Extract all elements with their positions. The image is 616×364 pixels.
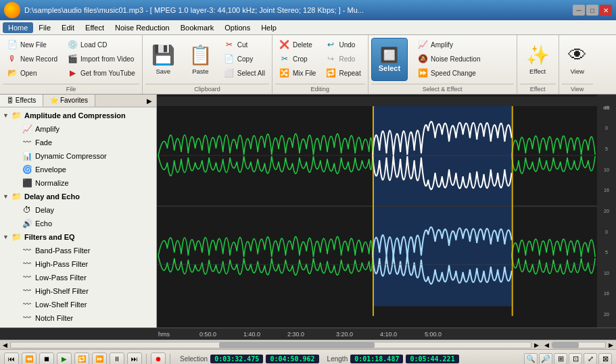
- tree-expand-icon[interactable]: ▼: [3, 112, 11, 119]
- tree-item-icon: 📈: [22, 124, 32, 134]
- menu-item-options[interactable]: Options: [219, 22, 256, 33]
- tree-item[interactable]: 📊Dynamic Compressor: [0, 149, 156, 163]
- menu-item-help[interactable]: Help: [256, 22, 282, 33]
- menu-item-file[interactable]: File: [33, 22, 56, 33]
- mix-file-button[interactable]: 🔀 Mix File: [275, 66, 320, 80]
- undo-button[interactable]: ↩ Undo: [321, 38, 364, 51]
- scroll-left-btn[interactable]: ◀: [3, 342, 7, 348]
- minimize-button[interactable]: ─: [573, 5, 585, 16]
- tree-item[interactable]: 〰Low-Pass Filter: [0, 271, 156, 284]
- zoom-out-button[interactable]: 🔎: [539, 353, 552, 365]
- tree-expand-icon[interactable]: ▼: [3, 234, 11, 240]
- tree-category[interactable]: ▼📁Delay and Echo: [0, 190, 156, 203]
- view-group-content: 👁 View: [562, 38, 593, 82]
- panel-nav-button[interactable]: ▶: [144, 97, 155, 105]
- maximize-button[interactable]: □: [586, 5, 598, 16]
- tree-item[interactable]: 〰Fade: [0, 136, 156, 149]
- paste-button[interactable]: 📋 Paste: [183, 38, 218, 81]
- delete-icon: ❌: [279, 39, 290, 50]
- tree-item[interactable]: 📈Amplify: [0, 122, 156, 136]
- zoom-reset-button[interactable]: ⊠: [598, 353, 612, 365]
- waveform-panel[interactable]: dB 0 5 10 16 20 0 5 10 16 20: [157, 95, 616, 328]
- tree-item[interactable]: 🌀Envelope: [0, 163, 156, 176]
- tree-item[interactable]: ⬛Normalize: [0, 176, 156, 190]
- zoom-in-button[interactable]: 🔍: [524, 353, 538, 365]
- effects-tree: ▼📁Amplitude and Compression📈Amplify〰Fade…: [0, 107, 156, 328]
- goto-end-button[interactable]: ⏭: [127, 353, 142, 365]
- speed-change-button[interactable]: ⏩ Speed Change: [413, 66, 484, 80]
- view-group-label: View: [562, 84, 593, 94]
- loop-button[interactable]: 🔁: [74, 353, 89, 365]
- goto-start-button[interactable]: ⏮: [4, 353, 19, 365]
- view-button[interactable]: 👁 View: [562, 38, 593, 81]
- get-youtube-icon: ▶: [67, 68, 78, 78]
- scroll-right-btn2[interactable]: ▶: [609, 342, 613, 348]
- tree-item-label: Delay and Echo: [24, 192, 80, 201]
- favorites-tab[interactable]: ⭐ Favorites: [43, 95, 95, 107]
- record-button[interactable]: ⏺: [151, 353, 166, 365]
- save-button[interactable]: 💾 Save: [145, 38, 181, 81]
- tree-item[interactable]: 〰Band-Pass Filter: [0, 244, 156, 257]
- crop-button[interactable]: ✂ Crop: [275, 52, 320, 66]
- tree-item[interactable]: 〰Notch Filter: [0, 311, 156, 325]
- zoom-fit-button[interactable]: ⊞: [554, 353, 567, 365]
- new-file-label: New File: [20, 41, 47, 49]
- menu-item-effect[interactable]: Effect: [80, 22, 110, 33]
- tree-item-icon: 📁: [11, 232, 22, 242]
- cut-button[interactable]: ✂ Cut: [220, 38, 269, 51]
- new-file-button[interactable]: 📄 New File: [3, 38, 62, 51]
- open-icon: 📂: [7, 68, 18, 78]
- import-video-button[interactable]: 🎬 Import from Video: [63, 52, 139, 66]
- play-button[interactable]: ▶: [57, 353, 72, 365]
- get-youtube-button[interactable]: ▶ Get from YouTube: [63, 66, 139, 80]
- tree-item-label: High-Shelf Filter: [35, 287, 89, 295]
- tree-item[interactable]: 🔊Echo: [0, 217, 156, 230]
- tree-item[interactable]: 〰High-Pass Filter: [0, 257, 156, 271]
- open-button[interactable]: 📂 Open: [3, 66, 62, 80]
- waveform-display[interactable]: [157, 95, 616, 328]
- scrollbar-thumb[interactable]: [219, 342, 375, 348]
- effect-button[interactable]: ✨ Effect: [520, 38, 556, 81]
- next-button[interactable]: ⏩: [92, 353, 107, 365]
- pause-button[interactable]: ⏸: [110, 353, 124, 365]
- scrollbar-thumb2[interactable]: [552, 342, 579, 348]
- menu-item-noise-reduction[interactable]: Noise Reduction: [110, 22, 175, 33]
- copy-label: Copy: [237, 55, 253, 63]
- load-cd-button[interactable]: 💿 Load CD: [63, 38, 139, 51]
- zoom-sel-button[interactable]: ⊡: [569, 353, 582, 365]
- effects-tab[interactable]: 🎛 Effects: [0, 95, 43, 107]
- tree-item[interactable]: 〰High-Shelf Filter: [0, 284, 156, 298]
- mix-file-icon: 🔀: [279, 68, 290, 78]
- stop-button[interactable]: ⏹: [39, 353, 54, 365]
- menu-item-edit[interactable]: Edit: [56, 22, 80, 33]
- tree-category[interactable]: ▼📁Filters and EQ: [0, 230, 156, 244]
- tree-item[interactable]: 〰Low-Shelf Filter: [0, 298, 156, 311]
- amplify-button[interactable]: 📈 Amplify: [413, 38, 484, 51]
- menu-item-home[interactable]: Home: [3, 22, 33, 33]
- speed-change-icon: ⏩: [417, 68, 428, 78]
- new-record-button[interactable]: 🎙 New Record: [3, 52, 62, 66]
- tree-expand-icon[interactable]: ▼: [3, 193, 11, 200]
- noise-reduction-label: Noise Reduction: [431, 55, 480, 63]
- tree-item[interactable]: ⏱Delay: [0, 203, 156, 217]
- copy-button[interactable]: 📄 Copy: [220, 52, 269, 66]
- zoom-wavefit-button[interactable]: ⤢: [584, 353, 597, 365]
- panel-nav: ▶: [95, 95, 156, 107]
- select-all-button[interactable]: ⬜ Select All: [220, 66, 269, 80]
- editing-right-col: ↩ Undo ↪ Redo 🔁 Repeat: [321, 38, 364, 80]
- scroll-right-btn[interactable]: ▶: [534, 342, 539, 348]
- prev-button[interactable]: ⏪: [22, 353, 37, 365]
- close-button[interactable]: ✕: [600, 5, 612, 16]
- noise-reduction-button[interactable]: 🔕 Noise Reduction: [413, 52, 484, 66]
- delete-button[interactable]: ❌ Delete: [275, 38, 320, 51]
- select-button[interactable]: 🔲 Select: [371, 38, 408, 81]
- repeat-button[interactable]: 🔁 Repeat: [321, 66, 364, 80]
- transport-sep1: [146, 354, 147, 365]
- svg-rect-2: [157, 205, 616, 207]
- menu-item-bookmark[interactable]: Bookmark: [175, 22, 220, 33]
- horizontal-scrollbar[interactable]: [10, 342, 531, 348]
- redo-button[interactable]: ↪ Redo: [321, 52, 364, 66]
- horizontal-scrollbar2[interactable]: [552, 342, 606, 348]
- scroll-left-btn2[interactable]: ◀: [544, 342, 549, 348]
- tree-category[interactable]: ▼📁Amplitude and Compression: [0, 109, 156, 122]
